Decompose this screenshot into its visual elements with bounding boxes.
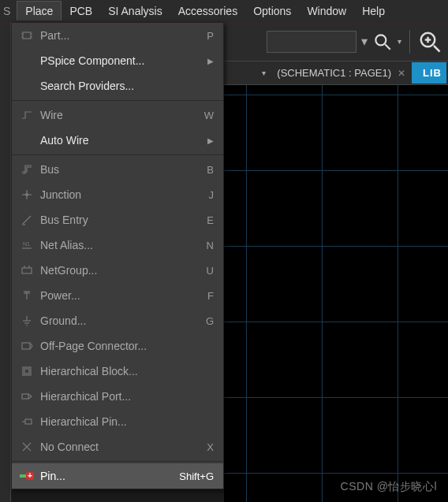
menu-item-bus[interactable]: BusB [12, 157, 223, 182]
submenu-arrow-icon: ▶ [203, 136, 214, 145]
menu-item-ground[interactable]: Ground...G [12, 308, 223, 333]
svg-line-1 [385, 44, 390, 50]
svg-line-5 [434, 46, 440, 52]
menu-item-shortcut: F [207, 290, 214, 302]
menu-options[interactable]: Options [245, 2, 299, 20]
menu-item-label: No Connect [37, 441, 207, 453]
pin-icon: + [17, 470, 37, 482]
menu-item-net-alias[interactable]: N1Net Alias...N [12, 232, 223, 258]
menu-item-shortcut: J [209, 189, 215, 201]
dropdown-icon[interactable]: ▾ [361, 34, 368, 49]
tab-dropdown-icon[interactable]: ▾ [262, 69, 266, 77]
menu-item-label: Auto Wire [37, 134, 203, 147]
menu-item-wire[interactable]: WireW [12, 102, 223, 128]
menu-item-shortcut: N [207, 240, 214, 251]
menu-item-bus-entry[interactable]: Bus EntryE [12, 207, 223, 232]
noconnect-icon [17, 441, 37, 453]
menu-item-netgroup[interactable]: NetGroup...U [12, 258, 223, 283]
menu-item-label: Power... [37, 289, 207, 302]
menu-item-label: Bus Entry [37, 214, 207, 226]
search-input[interactable] [267, 31, 357, 53]
menu-help[interactable]: Help [354, 2, 393, 20]
zoom-in-icon[interactable] [418, 30, 442, 54]
menu-window[interactable]: Window [299, 2, 354, 20]
svg-rect-31 [22, 394, 28, 399]
menu-place[interactable]: Place [17, 1, 62, 20]
part-icon [17, 29, 37, 42]
netalias-icon: N1 [17, 239, 37, 251]
svg-rect-28 [22, 343, 30, 349]
menu-item-hierarchical-pin[interactable]: Hierarchical Pin... [12, 409, 223, 434]
bus-icon [17, 163, 37, 176]
menu-item-label: Off-Page Connector... [37, 340, 214, 352]
menu-item-hierarchical-port[interactable]: Hierarchical Port... [12, 384, 223, 409]
menu-item-shortcut: Shift+G [179, 470, 214, 482]
menu-item-shortcut: U [207, 265, 214, 277]
svg-rect-30 [24, 369, 29, 374]
menu-item-no-connect[interactable]: No ConnectX [12, 434, 223, 459]
submenu-arrow-icon: ▶ [203, 57, 214, 65]
menu-separator [12, 461, 223, 462]
svg-point-13 [26, 194, 28, 196]
svg-rect-18 [22, 268, 32, 273]
tab-label: (SCHEMATIC1 : PAGE1) [277, 67, 391, 79]
close-icon[interactable]: ✕ [398, 68, 405, 79]
wire-icon [17, 109, 37, 121]
menu-pcb[interactable]: PCB [62, 2, 100, 20]
menubar-cut: S [0, 5, 17, 17]
hierport-icon [17, 390, 37, 403]
menu-item-label: Net Alias... [37, 239, 207, 251]
chevron-down-icon[interactable]: ▾ [398, 37, 401, 46]
netgroup-icon [17, 264, 37, 277]
menu-item-search-providers[interactable]: Search Providers... [12, 73, 223, 99]
hierblock-icon [17, 365, 37, 377]
menu-item-auto-wire[interactable]: Auto Wire▶ [12, 128, 223, 153]
svg-rect-6 [23, 32, 31, 39]
menu-item-label: Pin... [37, 470, 179, 482]
menubar: S Place PCB SI Analysis Accessories Opti… [0, 0, 448, 22]
menu-item-shortcut: B [207, 164, 214, 176]
menu-item-junction[interactable]: JunctionJ [12, 182, 223, 207]
menu-item-off-page-connector[interactable]: Off-Page Connector... [12, 333, 223, 359]
svg-rect-32 [25, 419, 32, 424]
place-menu: Part...PPSpice Component...▶Search Provi… [11, 22, 224, 489]
search-icon[interactable] [372, 32, 393, 52]
toolbar-divider [409, 30, 410, 54]
menu-item-shortcut: W [204, 110, 214, 121]
menu-item-label: Hierarchical Port... [37, 390, 214, 403]
hierpin-icon [17, 415, 37, 428]
menu-item-shortcut: P [207, 30, 214, 42]
menu-item-label: Bus [37, 163, 207, 176]
schematic-canvas[interactable] [224, 85, 448, 502]
offpage-icon [17, 340, 37, 352]
svg-text:N1: N1 [23, 241, 30, 247]
menu-item-shortcut: X [207, 441, 214, 453]
menu-si-analysis[interactable]: SI Analysis [100, 2, 170, 20]
tab-libraries[interactable]: LIB [412, 62, 446, 84]
menu-item-power[interactable]: Power...F [12, 283, 223, 308]
menu-separator [12, 100, 223, 101]
menu-item-label: Junction [37, 188, 209, 201]
svg-point-0 [375, 35, 386, 45]
menu-item-label: Hierarchical Block... [37, 365, 214, 377]
busentry-icon [17, 214, 37, 226]
ground-icon [17, 314, 37, 327]
menu-item-hierarchical-block[interactable]: Hierarchical Block... [12, 359, 223, 384]
menu-item-label: Ground... [37, 314, 206, 327]
menu-item-part[interactable]: Part...P [12, 23, 223, 48]
tab-schematic[interactable]: (SCHEMATIC1 : PAGE1) ✕ [271, 63, 412, 83]
menu-separator [12, 154, 223, 155]
menu-item-label: NetGroup... [37, 264, 207, 277]
menu-item-pspice-component[interactable]: PSpice Component...▶ [12, 48, 223, 73]
menu-accessories[interactable]: Accessories [170, 2, 245, 20]
junction-icon [17, 188, 37, 201]
menu-item-label: Wire [37, 109, 204, 121]
menu-item-label: Part... [37, 29, 207, 42]
menu-item-label: PSpice Component... [37, 54, 203, 67]
menu-item-shortcut: G [206, 315, 214, 327]
menu-item-pin[interactable]: +Pin...Shift+G [12, 463, 223, 489]
grid [224, 85, 448, 502]
menu-item-shortcut: E [207, 214, 214, 226]
menu-item-label: Hierarchical Pin... [37, 415, 214, 428]
menu-item-label: Search Providers... [37, 80, 214, 92]
